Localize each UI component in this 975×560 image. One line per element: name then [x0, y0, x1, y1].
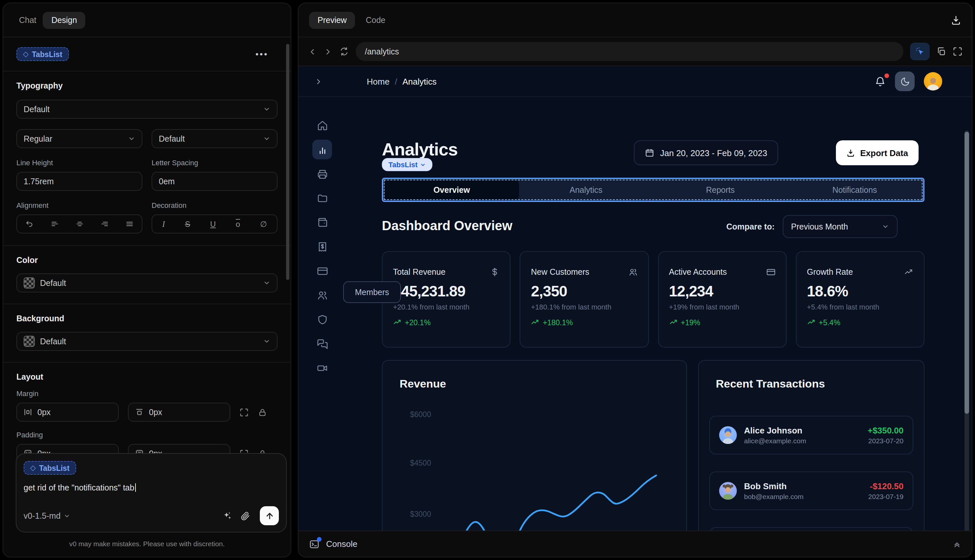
tab-notifications[interactable]: Notifications — [788, 180, 922, 199]
margin-y-input[interactable]: 0px — [128, 403, 230, 422]
app-scrollbar-thumb[interactable] — [965, 132, 969, 414]
url-input[interactable]: /analytics — [356, 42, 903, 61]
letter-spacing-label: Letter Spacing — [152, 159, 277, 167]
background-select[interactable]: Default — [17, 332, 277, 351]
send-button[interactable] — [260, 506, 279, 525]
refresh-icon[interactable] — [339, 47, 349, 57]
bell-icon[interactable] — [875, 76, 886, 87]
breadcrumb-home[interactable]: Home — [367, 77, 389, 86]
video-icon[interactable] — [312, 358, 332, 378]
underline-icon[interactable]: U — [210, 219, 216, 228]
composer-context-chip[interactable]: ◇TabsList — [23, 461, 76, 475]
sparkles-icon[interactable] — [222, 511, 232, 521]
trending-up-icon — [669, 318, 678, 327]
credit-card-icon[interactable] — [312, 261, 332, 281]
export-label: Export Data — [860, 148, 908, 158]
sidebar-scrollbar[interactable] — [286, 44, 289, 280]
title-selection-chip[interactable]: TabsList — [382, 158, 433, 171]
transaction-row[interactable]: Alice Johnson alice@example.com +$350.00… — [709, 416, 913, 455]
expand-icon[interactable] — [239, 408, 249, 417]
font-value: Default — [23, 105, 50, 114]
download-icon[interactable] — [951, 15, 961, 25]
moon-icon — [900, 77, 910, 86]
preview-panel: Preview Code /analytics Home / Analytics — [298, 3, 972, 557]
background-swatch-icon — [23, 336, 35, 347]
lock-icon[interactable] — [258, 408, 267, 417]
strikethrough-icon[interactable]: S — [185, 219, 190, 228]
margin-x-input[interactable]: 0px — [17, 403, 119, 422]
align-left-icon[interactable] — [50, 220, 59, 228]
copy-icon[interactable] — [936, 47, 946, 57]
tab-design[interactable]: Design — [43, 12, 86, 28]
user-avatar[interactable] — [924, 72, 942, 90]
tab-analytics[interactable]: Analytics — [519, 180, 653, 199]
selected-element-chip[interactable]: ◇TabsList — [17, 47, 69, 61]
align-center-icon[interactable] — [75, 220, 83, 228]
date-range-button[interactable]: Jan 20, 2023 - Feb 09, 2023 — [634, 140, 778, 165]
tab-reports[interactable]: Reports — [653, 180, 788, 199]
stat-value: 2,350 — [531, 283, 638, 300]
expand-console-icon[interactable] — [953, 540, 961, 548]
tab-chat[interactable]: Chat — [12, 12, 43, 28]
more-options-button[interactable]: ••• — [255, 49, 268, 59]
console-bar[interactable]: Console — [299, 530, 972, 557]
chevron-down-icon — [882, 223, 889, 230]
design-cursor-icon[interactable] — [910, 43, 930, 60]
prompt-composer[interactable]: ◇TabsList get rid of the "notifications"… — [16, 453, 287, 532]
align-justify-icon[interactable] — [125, 220, 134, 228]
font-select[interactable]: Default — [17, 100, 277, 119]
title-chip-label: TabsList — [389, 161, 417, 168]
undo-icon[interactable] — [25, 220, 34, 228]
align-right-icon[interactable] — [100, 220, 109, 228]
bar-chart-icon[interactable] — [312, 140, 332, 159]
export-data-button[interactable]: Export Data — [836, 140, 918, 165]
margin-y-value: 0px — [149, 408, 162, 417]
sidebar-chevron-icon[interactable] — [314, 77, 323, 85]
tabs-list: Overview Analytics Reports Notifications — [382, 178, 925, 202]
chevron-down-icon — [128, 135, 135, 142]
printer-icon[interactable] — [312, 164, 332, 183]
alignment-label: Alignment — [17, 201, 142, 209]
browser-bar: /analytics — [299, 37, 972, 66]
console-badge-dot — [317, 537, 322, 541]
tab-preview[interactable]: Preview — [309, 12, 355, 28]
font-weight-select[interactable]: Regular — [17, 129, 142, 148]
transaction-row[interactable]: Bob Smith bob@example.com -$120.50 2023-… — [709, 472, 913, 510]
messages-icon[interactable] — [312, 334, 332, 353]
back-icon[interactable] — [308, 47, 317, 56]
tab-code[interactable]: Code — [359, 12, 392, 28]
italic-icon[interactable]: I — [162, 219, 165, 229]
decoration-toolbar: I S U o ∅ — [152, 215, 277, 233]
theme-toggle-button[interactable] — [895, 72, 915, 91]
home-icon[interactable] — [312, 115, 332, 135]
forward-icon[interactable] — [324, 47, 333, 56]
transaction-name: Alice Johnson — [744, 425, 806, 435]
overline-icon[interactable]: o — [236, 219, 240, 228]
chevron-down-icon — [263, 135, 270, 142]
selected-element-row: ◇TabsList ••• — [3, 37, 290, 72]
line-height-label: Line Height — [17, 159, 142, 167]
fullscreen-icon[interactable] — [953, 47, 963, 57]
letter-spacing-input[interactable]: 0em — [152, 172, 277, 191]
font-size-select[interactable]: Default — [152, 129, 277, 148]
wallet-icon[interactable] — [312, 212, 332, 232]
color-select[interactable]: Default — [17, 273, 277, 292]
line-height-input[interactable]: 1.75rem — [17, 172, 142, 191]
folder-icon[interactable] — [312, 188, 332, 208]
shield-icon[interactable] — [312, 310, 332, 329]
users-icon[interactable] — [312, 285, 332, 305]
sidebar-tabs: Chat Design — [3, 3, 290, 37]
none-icon[interactable]: ∅ — [260, 219, 267, 228]
receipt-icon[interactable] — [312, 237, 332, 257]
tab-overview[interactable]: Overview — [384, 180, 519, 199]
margin-horizontal-icon — [23, 408, 32, 417]
paperclip-icon[interactable] — [241, 511, 250, 520]
background-section: Background Default — [3, 314, 290, 363]
diamond-icon: ◇ — [30, 463, 36, 472]
compare-select[interactable]: Previous Month — [783, 215, 897, 238]
transaction-amount: -$120.50 — [868, 481, 903, 491]
prompt-text[interactable]: get rid of the "notifications" tab — [23, 483, 279, 492]
trending-up-icon — [807, 318, 816, 327]
background-title: Background — [17, 314, 277, 323]
model-select[interactable]: v0-1.5-md — [23, 511, 70, 520]
